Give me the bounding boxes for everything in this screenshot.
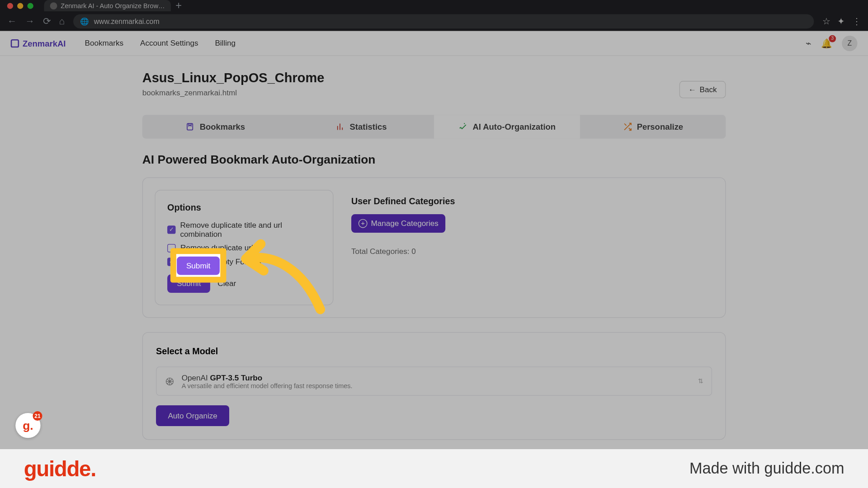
- tab-bookmarks[interactable]: Bookmarks: [142, 115, 288, 139]
- back-label: Back: [700, 85, 717, 94]
- site-info-icon[interactable]: 🌐: [80, 17, 89, 25]
- notification-badge: 3: [829, 35, 836, 42]
- browser-toolbar: ← → ⟳ ⌂ 🌐 www.zenmarkai.com ☆ ✦ ⋮: [0, 11, 868, 31]
- tutorial-highlight: Submit: [170, 248, 226, 282]
- model-heading: Select a Model: [156, 346, 712, 356]
- maximize-window-icon[interactable]: [28, 3, 33, 9]
- svg-rect-0: [187, 123, 193, 130]
- page-subtitle: bookmarks_zenmarkai.html: [142, 88, 325, 97]
- window-controls[interactable]: [7, 3, 33, 9]
- app-header: ZenmarkAI Bookmarks Account Settings Bil…: [0, 31, 868, 56]
- reload-icon[interactable]: ⟳: [43, 15, 51, 27]
- categories-heading: User Defined Categories: [351, 196, 708, 206]
- guidde-badge[interactable]: g. 21: [15, 413, 40, 438]
- made-with-text: Made with guidde.com: [689, 460, 844, 478]
- manage-categories-label: Manage Categories: [371, 219, 438, 228]
- tutorial-arrow-icon: [231, 232, 326, 315]
- content-tabs: Bookmarks Statistics AI Auto-Organizatio…: [142, 115, 726, 139]
- arrow-left-icon: ←: [689, 85, 696, 94]
- url-text: www.zenmarkai.com: [94, 17, 160, 25]
- menu-icon[interactable]: ⋮: [852, 16, 861, 27]
- nav-bookmarks[interactable]: Bookmarks: [85, 39, 123, 48]
- tab-personalize-label: Personalize: [637, 122, 683, 131]
- model-card: Select a Model OpenAI GPT-3.5 Turbo A ve…: [142, 332, 726, 440]
- tab-title: Zenmark AI - Auto Organize Brow…: [61, 2, 165, 9]
- checkbox-icon[interactable]: [167, 225, 175, 234]
- model-name: OpenAI GPT-3.5 Turbo: [182, 373, 353, 382]
- nav-billing[interactable]: Billing: [215, 39, 236, 48]
- brand-name: ZenmarkAI: [23, 38, 66, 48]
- avatar-initial: Z: [848, 39, 852, 47]
- openai-icon: [165, 376, 175, 386]
- tab-personalize[interactable]: Personalize: [580, 115, 726, 139]
- address-bar[interactable]: 🌐 www.zenmarkai.com: [73, 14, 814, 28]
- bookmark-star-icon[interactable]: ☆: [822, 16, 830, 27]
- extensions-icon[interactable]: ✦: [837, 16, 845, 27]
- brand-logo[interactable]: ZenmarkAI: [11, 38, 66, 48]
- keys-icon[interactable]: ⌁: [806, 38, 811, 49]
- back-icon[interactable]: ←: [7, 16, 17, 27]
- close-window-icon[interactable]: [7, 3, 13, 9]
- manage-categories-button[interactable]: + Manage Categories: [351, 214, 446, 233]
- model-select[interactable]: OpenAI GPT-3.5 Turbo A versatile and eff…: [156, 366, 712, 396]
- tab-ai-auto-label: AI Auto-Organization: [472, 122, 556, 131]
- home-icon[interactable]: ⌂: [59, 16, 65, 27]
- tab-strip: Zenmark AI - Auto Organize Brow… +: [0, 0, 868, 11]
- page-title: Asus_Linux_PopOS_Chrome: [142, 70, 325, 85]
- auto-organize-button[interactable]: Auto Organize: [156, 405, 229, 426]
- favicon-icon: [50, 2, 57, 9]
- forward-icon[interactable]: →: [25, 16, 34, 27]
- chevron-updown-icon: ⇅: [698, 377, 703, 385]
- page-body: Asus_Linux_PopOS_Chrome bookmarks_zenmar…: [0, 56, 868, 440]
- brand-mark-icon: [11, 39, 19, 47]
- top-nav: Bookmarks Account Settings Billing: [85, 39, 236, 48]
- bookmark-icon: [185, 122, 195, 131]
- guidde-logo: guidde.: [24, 456, 96, 481]
- tab-statistics-label: Statistics: [350, 122, 387, 131]
- chart-icon: [335, 122, 345, 131]
- guidde-footer: guidde. Made with guidde.com: [0, 449, 868, 488]
- guidde-g-icon: g.: [23, 419, 33, 432]
- options-heading: Options: [167, 202, 321, 212]
- tab-statistics[interactable]: Statistics: [288, 115, 434, 139]
- model-description: A versatile and efficient model offering…: [182, 382, 353, 389]
- notifications-icon[interactable]: 🔔 3: [821, 38, 832, 49]
- shuffle-icon: [623, 122, 632, 131]
- tab-ai-auto-organization[interactable]: AI Auto-Organization: [434, 115, 580, 139]
- back-button[interactable]: ← Back: [679, 81, 726, 98]
- avatar[interactable]: Z: [842, 35, 857, 51]
- categories-card: User Defined Categories + Manage Categor…: [345, 190, 713, 305]
- tab-bookmarks-label: Bookmarks: [200, 122, 245, 131]
- total-categories-text: Total Categories: 0: [351, 247, 708, 256]
- new-tab-button[interactable]: +: [175, 0, 182, 12]
- nav-account-settings[interactable]: Account Settings: [140, 39, 198, 48]
- guidde-badge-count: 21: [33, 411, 42, 421]
- section-title: AI Powered Bookmark Auto-Organization: [142, 153, 726, 166]
- plus-circle-icon: +: [359, 219, 368, 228]
- submit-button-highlighted[interactable]: Submit: [177, 256, 220, 275]
- browser-chrome: Zenmark AI - Auto Organize Brow… + ← → ⟳…: [0, 0, 868, 31]
- sparkle-icon: [458, 122, 468, 131]
- minimize-window-icon[interactable]: [17, 3, 23, 9]
- browser-tab[interactable]: Zenmark AI - Auto Organize Brow…: [44, 0, 170, 11]
